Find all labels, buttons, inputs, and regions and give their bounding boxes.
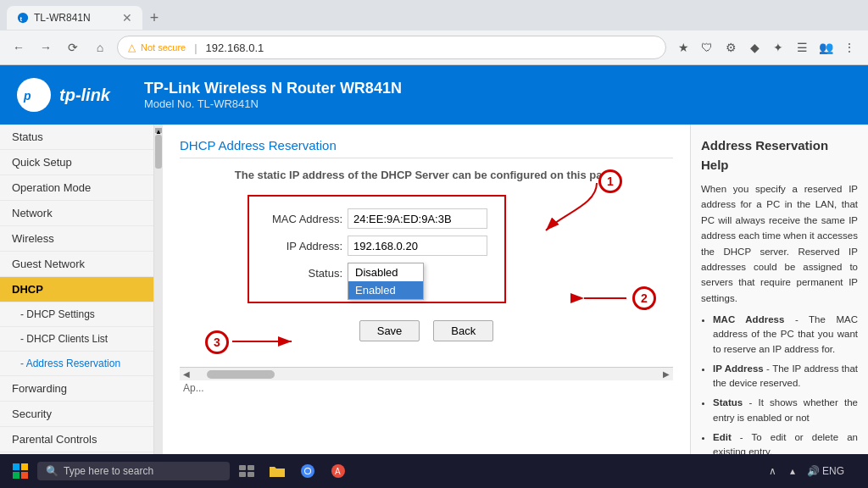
router-title-area: TP-Link Wireless N Router WR841N Model N… bbox=[144, 80, 402, 110]
sidebar-item-dhcp[interactable]: DHCP bbox=[0, 277, 153, 302]
status-row: Status: Disabled ▼ Disabled Enabled bbox=[266, 263, 487, 283]
network-icon[interactable]: ▴ bbox=[785, 463, 800, 479]
help-item-status: Status - It shows whether the entry is e… bbox=[713, 396, 858, 425]
taskbar-search[interactable]: 🔍 Type here to search bbox=[37, 462, 230, 480]
task-view-icon bbox=[239, 465, 254, 477]
page-indicator: Ap... bbox=[180, 380, 673, 396]
sidebar-item-network[interactable]: Network bbox=[0, 201, 153, 226]
svg-rect-11 bbox=[239, 465, 246, 470]
option-enabled[interactable]: Enabled bbox=[348, 281, 423, 299]
task-view-button[interactable] bbox=[233, 458, 260, 485]
svg-rect-8 bbox=[21, 463, 28, 470]
sidebar-item-address-reservation[interactable]: - Address Reservation bbox=[0, 352, 153, 376]
extension1-icon[interactable]: ◆ bbox=[744, 37, 765, 58]
annotation-circle-2: 2 bbox=[632, 286, 656, 310]
sidebar-item-wireless[interactable]: Wireless bbox=[0, 226, 153, 252]
tab-favicon: t bbox=[17, 12, 29, 24]
forward-button[interactable]: → bbox=[36, 37, 56, 58]
router-title: TP-Link Wireless N Router WR841N bbox=[144, 80, 402, 97]
reservation-form: MAC Address: IP Address: Status: Disable… bbox=[248, 195, 506, 303]
help-item-mac: MAC Address - The MAC address of the PC … bbox=[713, 313, 858, 357]
windows-logo-icon bbox=[12, 463, 29, 480]
mac-address-row: MAC Address: bbox=[266, 208, 487, 229]
file-explorer-icon[interactable] bbox=[264, 458, 291, 485]
system-tray: ∧ ▴ 🔊 ENG bbox=[765, 463, 861, 479]
scroll-thumb[interactable] bbox=[155, 135, 162, 169]
tab-bar: t TL-WR841N ✕ + bbox=[0, 0, 868, 30]
annotation-circle-3: 3 bbox=[205, 330, 229, 354]
profile-icon[interactable]: 👥 bbox=[815, 37, 836, 58]
home-button[interactable]: ⌂ bbox=[90, 37, 110, 58]
extensions-icon[interactable]: ☰ bbox=[792, 37, 812, 58]
page-title: DHCP Address Reservation bbox=[180, 138, 673, 158]
option-disabled[interactable]: Disabled bbox=[348, 263, 423, 281]
other-app-icon[interactable]: A bbox=[325, 458, 352, 485]
save-button[interactable]: Save bbox=[359, 320, 420, 341]
new-tab-button[interactable]: + bbox=[142, 6, 166, 30]
horizontal-scrollbar[interactable]: ◀ ▶ bbox=[180, 367, 673, 380]
svg-rect-14 bbox=[248, 472, 254, 477]
bookmark-icon[interactable]: ★ bbox=[673, 37, 693, 58]
scroll-up-arrow[interactable]: ▲ bbox=[155, 128, 162, 133]
menu-icon[interactable]: ⋮ bbox=[839, 37, 860, 58]
browser-chrome: t TL-WR841N ✕ + ← → ⟳ ⌂ △ Not secure | 1… bbox=[0, 0, 868, 65]
app-icon: A bbox=[331, 463, 346, 479]
help-list: MAC Address - The MAC address of the PC … bbox=[701, 313, 858, 459]
sidebar-item-forwarding[interactable]: Forwarding bbox=[0, 376, 153, 402]
tab-close-button[interactable]: ✕ bbox=[122, 11, 132, 25]
svg-text:p: p bbox=[23, 89, 31, 103]
mac-address-label: MAC Address: bbox=[266, 213, 342, 225]
form-container: MAC Address: IP Address: Status: Disable… bbox=[180, 195, 673, 341]
logo-area: p tp-link bbox=[17, 78, 110, 112]
chrome-icon bbox=[300, 463, 315, 479]
toolbar-icons: ★ 🛡 ⚙ ◆ ✦ ☰ 👥 ⋮ bbox=[673, 37, 860, 58]
windows-start-button[interactable] bbox=[7, 458, 34, 485]
content-area: ▲ DHCP Address Reservation The static IP… bbox=[154, 125, 868, 488]
sidebar-item-operation-mode[interactable]: Operation Mode bbox=[0, 175, 153, 201]
scroll-bar-thumb[interactable] bbox=[207, 370, 275, 379]
extension2-icon[interactable]: ✦ bbox=[768, 37, 788, 58]
address-input[interactable]: △ Not secure | 192.168.0.1 bbox=[117, 36, 666, 59]
sidebar-item-dhcp-clients-list[interactable]: - DHCP Clients List bbox=[0, 327, 153, 352]
browser-taskbar-icon[interactable] bbox=[294, 458, 321, 485]
sidebar-item-status[interactable]: Status bbox=[0, 125, 153, 150]
scroll-right-arrow[interactable]: ▶ bbox=[663, 369, 670, 379]
svg-text:A: A bbox=[335, 467, 341, 476]
svg-rect-13 bbox=[239, 472, 246, 477]
scroll-left-arrow[interactable]: ◀ bbox=[183, 369, 190, 379]
tray-up-arrow[interactable]: ∧ bbox=[765, 463, 780, 479]
ip-address-input[interactable] bbox=[348, 236, 487, 256]
tab-title: TL-WR841N bbox=[34, 12, 117, 24]
sidebar-item-parental-controls[interactable]: Parental Controls bbox=[0, 427, 153, 452]
time-display[interactable] bbox=[846, 463, 861, 479]
annotation-number-2: 2 bbox=[632, 286, 656, 310]
annotation-arrow-1 bbox=[546, 171, 648, 239]
svg-rect-12 bbox=[248, 465, 254, 470]
annotation-number-3: 3 bbox=[205, 330, 229, 354]
help-intro: When you specify a reserved IP address f… bbox=[701, 181, 858, 306]
back-button[interactable]: Back bbox=[433, 320, 493, 341]
search-icon: 🔍 bbox=[46, 465, 58, 477]
tp-link-logo-svg: p bbox=[19, 80, 49, 110]
router-header: p tp-link TP-Link Wireless N Router WR84… bbox=[0, 65, 868, 125]
sidebar-item-quick-setup[interactable]: Quick Setup bbox=[0, 150, 153, 175]
main-content: DHCP Address Reservation The static IP a… bbox=[163, 125, 690, 488]
mac-address-input[interactable] bbox=[348, 208, 487, 229]
back-button[interactable]: ← bbox=[8, 37, 29, 58]
sidebar-item-dhcp-settings[interactable]: - DHCP Settings bbox=[0, 302, 153, 327]
volume-icon[interactable]: 🔊 bbox=[805, 463, 821, 479]
vertical-scrollbar[interactable]: ▲ bbox=[154, 125, 163, 488]
ip-address-row: IP Address: bbox=[266, 236, 487, 256]
address-separator: | bbox=[194, 42, 197, 54]
settings-icon[interactable]: ⚙ bbox=[721, 37, 741, 58]
shield-icon[interactable]: 🛡 bbox=[697, 37, 717, 58]
router-model: Model No. TL-WR841N bbox=[144, 97, 402, 110]
search-placeholder: Type here to search bbox=[64, 465, 153, 477]
security-warning-text: Not secure bbox=[141, 42, 186, 53]
language-icon[interactable]: ENG bbox=[826, 463, 841, 479]
sidebar-item-guest-network[interactable]: Guest Network bbox=[0, 252, 153, 277]
reload-button[interactable]: ⟳ bbox=[63, 37, 83, 58]
sidebar-item-security[interactable]: Security bbox=[0, 402, 153, 427]
svg-rect-9 bbox=[13, 472, 19, 479]
active-tab[interactable]: t TL-WR841N ✕ bbox=[7, 6, 142, 30]
